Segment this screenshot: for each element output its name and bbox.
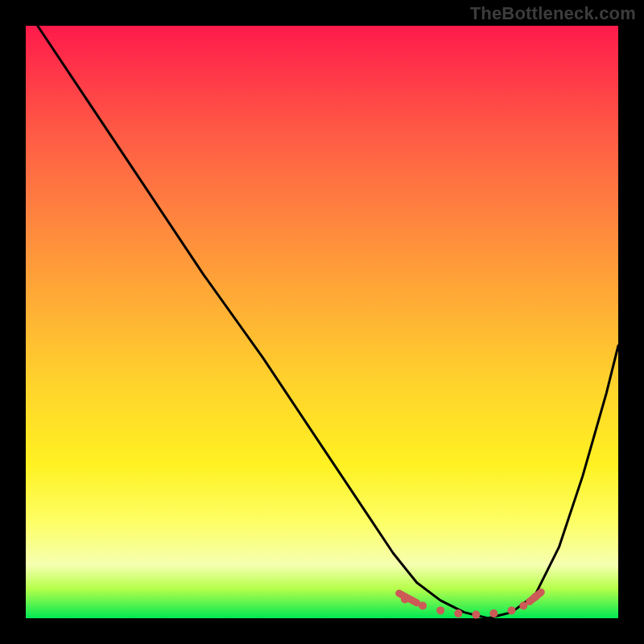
chart-frame: TheBottleneck.com	[0, 0, 644, 644]
trough-dot	[472, 611, 480, 619]
watermark-label: TheBottleneck.com	[470, 3, 636, 24]
gradient-plot-area	[26, 26, 618, 618]
trough-dot	[436, 606, 444, 614]
trough-dash	[530, 592, 542, 602]
trough-dot	[508, 606, 516, 614]
bottleneck-curve-svg	[26, 26, 618, 618]
bottleneck-curve-line	[38, 26, 618, 618]
trough-dot	[489, 609, 497, 617]
trough-dot	[454, 609, 462, 617]
